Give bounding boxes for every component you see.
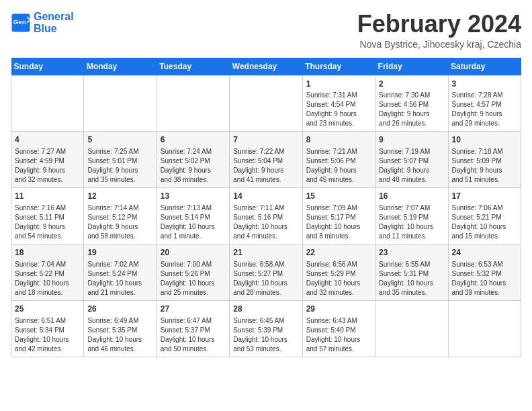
- calendar-cell: 11Sunrise: 7:16 AM Sunset: 5:11 PM Dayli…: [11, 188, 84, 244]
- day-info: Sunrise: 7:16 AM Sunset: 5:11 PM Dayligh…: [15, 203, 80, 241]
- day-number: 1: [306, 79, 371, 90]
- day-number: 9: [379, 134, 444, 146]
- header-wednesday: Wednesday: [230, 58, 302, 76]
- day-info: Sunrise: 7:21 AM Sunset: 5:06 PM Dayligh…: [306, 147, 371, 185]
- day-info: Sunrise: 6:43 AM Sunset: 5:40 PM Dayligh…: [306, 316, 371, 354]
- calendar-cell: 5Sunrise: 7:25 AM Sunset: 5:01 PM Daylig…: [84, 132, 157, 188]
- day-number: 2: [379, 79, 444, 90]
- day-number: 14: [233, 191, 298, 202]
- calendar-week-row: 25Sunrise: 6:51 AM Sunset: 5:34 PM Dayli…: [11, 300, 521, 357]
- day-info: Sunrise: 6:55 AM Sunset: 5:31 PM Dayligh…: [379, 260, 444, 298]
- calendar-cell: [11, 75, 84, 132]
- day-number: 22: [306, 247, 371, 259]
- day-info: Sunrise: 7:19 AM Sunset: 5:07 PM Dayligh…: [379, 147, 444, 185]
- day-number: 16: [379, 191, 444, 202]
- day-number: 29: [306, 304, 371, 315]
- calendar-cell: 20Sunrise: 7:00 AM Sunset: 5:26 PM Dayli…: [157, 244, 229, 300]
- logo-text-general: General: [34, 11, 74, 23]
- day-number: 8: [306, 134, 371, 146]
- calendar-cell: 7Sunrise: 7:22 AM Sunset: 5:04 PM Daylig…: [230, 132, 302, 188]
- day-info: Sunrise: 7:00 AM Sunset: 5:26 PM Dayligh…: [161, 260, 226, 298]
- calendar-cell: 29Sunrise: 6:43 AM Sunset: 5:40 PM Dayli…: [302, 300, 375, 357]
- calendar-cell: 14Sunrise: 7:11 AM Sunset: 5:16 PM Dayli…: [230, 188, 302, 244]
- day-info: Sunrise: 7:28 AM Sunset: 4:57 PM Dayligh…: [452, 91, 517, 128]
- day-number: 23: [379, 247, 444, 259]
- calendar-cell: [448, 300, 521, 357]
- calendar-cell: 3Sunrise: 7:28 AM Sunset: 4:57 PM Daylig…: [448, 75, 521, 132]
- day-info: Sunrise: 7:24 AM Sunset: 5:02 PM Dayligh…: [161, 147, 226, 185]
- calendar-cell: [157, 75, 229, 132]
- calendar-cell: [84, 75, 157, 132]
- day-number: 25: [15, 304, 80, 315]
- calendar-cell: 24Sunrise: 6:53 AM Sunset: 5:32 PM Dayli…: [448, 244, 521, 300]
- day-number: 27: [161, 304, 226, 315]
- day-info: Sunrise: 7:30 AM Sunset: 4:56 PM Dayligh…: [379, 91, 444, 128]
- calendar-cell: 27Sunrise: 6:47 AM Sunset: 5:37 PM Dayli…: [157, 300, 229, 357]
- calendar-cell: 26Sunrise: 6:49 AM Sunset: 5:35 PM Dayli…: [84, 300, 157, 357]
- day-info: Sunrise: 7:27 AM Sunset: 4:59 PM Dayligh…: [15, 147, 80, 185]
- day-number: 6: [161, 134, 226, 146]
- calendar-cell: 12Sunrise: 7:14 AM Sunset: 5:12 PM Dayli…: [84, 188, 157, 244]
- day-info: Sunrise: 7:07 AM Sunset: 5:19 PM Dayligh…: [379, 203, 444, 241]
- calendar-cell: 10Sunrise: 7:18 AM Sunset: 5:09 PM Dayli…: [448, 132, 521, 188]
- svg-text:Gen: Gen: [13, 17, 26, 25]
- day-number: 3: [452, 79, 517, 90]
- day-info: Sunrise: 7:31 AM Sunset: 4:54 PM Dayligh…: [306, 91, 371, 128]
- calendar-week-row: 11Sunrise: 7:16 AM Sunset: 5:11 PM Dayli…: [11, 188, 521, 244]
- day-number: 19: [87, 247, 152, 259]
- calendar-cell: 19Sunrise: 7:02 AM Sunset: 5:24 PM Dayli…: [84, 244, 157, 300]
- day-number: 20: [161, 247, 226, 259]
- calendar-cell: 4Sunrise: 7:27 AM Sunset: 4:59 PM Daylig…: [11, 132, 84, 188]
- calendar-header-row: SundayMondayTuesdayWednesdayThursdayFrid…: [11, 58, 521, 76]
- day-number: 7: [233, 134, 298, 146]
- day-info: Sunrise: 7:02 AM Sunset: 5:24 PM Dayligh…: [87, 260, 152, 298]
- calendar-cell: 22Sunrise: 6:56 AM Sunset: 5:29 PM Dayli…: [302, 244, 375, 300]
- logo-icon: Gen: [11, 13, 31, 33]
- title-section: February 2024 Nova Bystrice, Jihocesky k…: [357, 11, 521, 50]
- header-sunday: Sunday: [11, 58, 84, 76]
- day-info: Sunrise: 6:58 AM Sunset: 5:27 PM Dayligh…: [233, 260, 298, 298]
- day-number: 4: [15, 134, 80, 146]
- calendar-cell: [230, 75, 302, 132]
- day-info: Sunrise: 7:25 AM Sunset: 5:01 PM Dayligh…: [87, 147, 152, 185]
- calendar-cell: 8Sunrise: 7:21 AM Sunset: 5:06 PM Daylig…: [302, 132, 375, 188]
- day-info: Sunrise: 7:04 AM Sunset: 5:22 PM Dayligh…: [15, 260, 80, 298]
- day-info: Sunrise: 6:56 AM Sunset: 5:29 PM Dayligh…: [306, 260, 371, 298]
- day-info: Sunrise: 7:22 AM Sunset: 5:04 PM Dayligh…: [233, 147, 298, 185]
- day-info: Sunrise: 7:09 AM Sunset: 5:17 PM Dayligh…: [306, 203, 371, 241]
- page-header: Gen General Blue February 2024 Nova Byst…: [11, 11, 521, 50]
- calendar-cell: 9Sunrise: 7:19 AM Sunset: 5:07 PM Daylig…: [375, 132, 448, 188]
- calendar-cell: 18Sunrise: 7:04 AM Sunset: 5:22 PM Dayli…: [11, 244, 84, 300]
- day-info: Sunrise: 6:53 AM Sunset: 5:32 PM Dayligh…: [452, 260, 517, 298]
- day-number: 28: [233, 304, 298, 315]
- day-info: Sunrise: 7:06 AM Sunset: 5:21 PM Dayligh…: [452, 203, 517, 241]
- calendar-subtitle: Nova Bystrice, Jihocesky kraj, Czechia: [357, 39, 521, 50]
- calendar-cell: 23Sunrise: 6:55 AM Sunset: 5:31 PM Dayli…: [375, 244, 448, 300]
- day-info: Sunrise: 6:51 AM Sunset: 5:34 PM Dayligh…: [15, 316, 80, 354]
- day-number: 10: [452, 134, 517, 146]
- calendar-table: SundayMondayTuesdayWednesdayThursdayFrid…: [11, 58, 521, 357]
- calendar-cell: 2Sunrise: 7:30 AM Sunset: 4:56 PM Daylig…: [375, 75, 448, 132]
- calendar-week-row: 18Sunrise: 7:04 AM Sunset: 5:22 PM Dayli…: [11, 244, 521, 300]
- day-number: 5: [87, 134, 152, 146]
- header-tuesday: Tuesday: [157, 58, 229, 76]
- day-info: Sunrise: 6:49 AM Sunset: 5:35 PM Dayligh…: [87, 316, 152, 354]
- logo-text-blue: Blue: [34, 23, 74, 35]
- day-info: Sunrise: 7:18 AM Sunset: 5:09 PM Dayligh…: [452, 147, 517, 185]
- day-info: Sunrise: 6:45 AM Sunset: 5:39 PM Dayligh…: [233, 316, 298, 354]
- day-info: Sunrise: 6:47 AM Sunset: 5:37 PM Dayligh…: [161, 316, 226, 354]
- calendar-week-row: 4Sunrise: 7:27 AM Sunset: 4:59 PM Daylig…: [11, 132, 521, 188]
- day-number: 13: [161, 191, 226, 202]
- calendar-cell: 1Sunrise: 7:31 AM Sunset: 4:54 PM Daylig…: [302, 75, 375, 132]
- calendar-cell: 6Sunrise: 7:24 AM Sunset: 5:02 PM Daylig…: [157, 132, 229, 188]
- calendar-cell: 28Sunrise: 6:45 AM Sunset: 5:39 PM Dayli…: [230, 300, 302, 357]
- calendar-week-row: 1Sunrise: 7:31 AM Sunset: 4:54 PM Daylig…: [11, 75, 521, 132]
- day-number: 18: [15, 247, 80, 259]
- day-number: 26: [87, 304, 152, 315]
- calendar-cell: 16Sunrise: 7:07 AM Sunset: 5:19 PM Dayli…: [375, 188, 448, 244]
- calendar-cell: 21Sunrise: 6:58 AM Sunset: 5:27 PM Dayli…: [230, 244, 302, 300]
- day-number: 15: [306, 191, 371, 202]
- header-friday: Friday: [375, 58, 448, 76]
- calendar-cell: 25Sunrise: 6:51 AM Sunset: 5:34 PM Dayli…: [11, 300, 84, 357]
- day-number: 17: [452, 191, 517, 202]
